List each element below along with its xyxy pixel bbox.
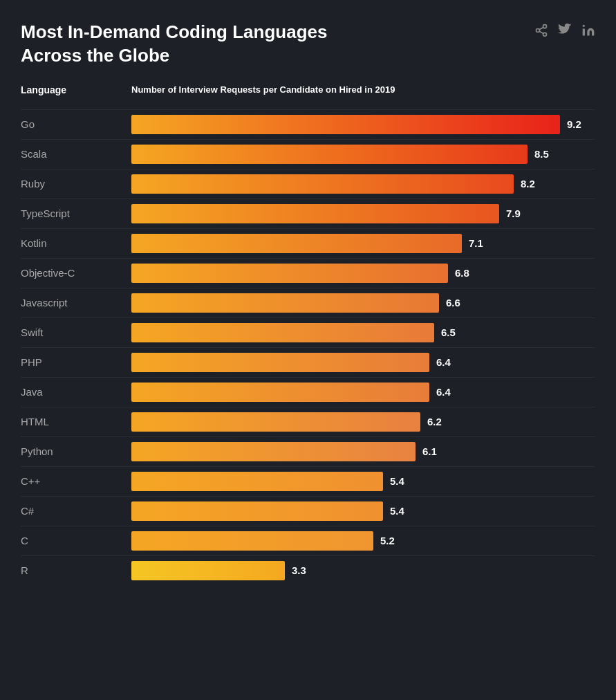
- bar: [131, 174, 514, 194]
- header: Most In-Demand Coding Languages Across t…: [21, 21, 595, 68]
- metric-column-header: Number of Interview Requests per Candida…: [131, 84, 595, 95]
- bar-area: 7.9: [131, 204, 595, 223]
- bar-value: 6.1: [422, 445, 437, 457]
- bar-value: 9.2: [567, 118, 581, 130]
- table-row: Swift6.5: [21, 317, 595, 347]
- chart-rows: Go9.2Scala8.5Ruby8.2TypeScript7.9Kotlin7…: [21, 109, 595, 585]
- bar: [131, 472, 383, 491]
- svg-line-3: [539, 31, 543, 33]
- bar-area: 6.2: [131, 412, 595, 432]
- column-headers: Language Number of Interview Requests pe…: [21, 84, 595, 100]
- language-label: Kotlin: [21, 237, 131, 249]
- bar-area: 5.2: [131, 531, 595, 551]
- bar-value: 6.6: [446, 297, 460, 308]
- language-label: PHP: [21, 356, 131, 368]
- bar: [131, 531, 373, 551]
- bar: [131, 383, 429, 402]
- table-row: R3.3: [21, 555, 595, 585]
- bar: [131, 293, 439, 313]
- table-row: Python6.1: [21, 436, 595, 466]
- bar: [131, 412, 420, 432]
- bar-area: 5.4: [131, 501, 595, 521]
- bar-area: 6.5: [131, 323, 595, 342]
- bar-area: 6.6: [131, 293, 595, 313]
- bar: [131, 145, 528, 164]
- bar-area: 6.4: [131, 383, 595, 402]
- bar-value: 6.4: [436, 386, 451, 398]
- table-row: Kotlin7.1: [21, 228, 595, 258]
- bar: [131, 353, 429, 372]
- table-row: PHP6.4: [21, 347, 595, 377]
- bar-area: 6.8: [131, 264, 595, 283]
- table-row: HTML6.2: [21, 407, 595, 436]
- bar-area: 3.3: [131, 561, 595, 580]
- bar-value: 7.1: [469, 237, 483, 249]
- bar-area: 5.4: [131, 472, 595, 491]
- language-column-header: Language: [21, 84, 131, 95]
- table-row: Scala8.5: [21, 139, 595, 169]
- svg-line-4: [539, 27, 543, 29]
- language-label: Python: [21, 445, 131, 457]
- bar-value: 6.2: [427, 416, 442, 427]
- bar-value: 5.4: [390, 505, 404, 517]
- bar-value: 5.2: [380, 535, 395, 546]
- table-row: Javascript6.6: [21, 288, 595, 317]
- bar-value: 8.2: [521, 178, 535, 190]
- language-label: C: [21, 535, 131, 546]
- bar-value: 6.8: [455, 267, 469, 279]
- bar: [131, 323, 434, 342]
- page-title: Most In-Demand Coding Languages Across t…: [21, 21, 327, 68]
- bar-value: 6.4: [436, 356, 451, 368]
- bar-area: 9.2: [131, 115, 595, 134]
- language-label: TypeScript: [21, 208, 131, 219]
- table-row: Objective-C6.8: [21, 258, 595, 288]
- language-label: HTML: [21, 416, 131, 427]
- language-label: C#: [21, 505, 131, 517]
- table-row: Go9.2: [21, 109, 595, 139]
- table-row: Java6.4: [21, 377, 595, 407]
- table-row: C++5.4: [21, 466, 595, 496]
- language-label: Scala: [21, 148, 131, 160]
- bar: [131, 204, 499, 223]
- social-icons: [534, 21, 595, 41]
- table-row: Ruby8.2: [21, 169, 595, 199]
- language-label: Objective-C: [21, 267, 131, 279]
- bar: [131, 115, 560, 134]
- linkedin-icon[interactable]: [581, 24, 595, 41]
- language-label: R: [21, 564, 131, 576]
- language-label: C++: [21, 475, 131, 487]
- bar-area: 8.5: [131, 145, 595, 164]
- bar-value: 3.3: [292, 564, 306, 576]
- language-label: Javascript: [21, 297, 131, 308]
- share-icon[interactable]: [534, 24, 548, 41]
- language-label: Swift: [21, 326, 131, 338]
- bar: [131, 561, 285, 580]
- bar-area: 8.2: [131, 174, 595, 194]
- bar: [131, 501, 383, 521]
- table-row: C#5.4: [21, 496, 595, 526]
- bar-value: 5.4: [390, 475, 404, 487]
- bar-value: 8.5: [534, 148, 549, 160]
- bar-value: 7.9: [506, 208, 521, 219]
- language-label: Ruby: [21, 178, 131, 190]
- bar: [131, 234, 462, 253]
- language-label: Go: [21, 118, 131, 130]
- table-row: TypeScript7.9: [21, 199, 595, 228]
- bar: [131, 442, 416, 461]
- bar-area: 7.1: [131, 234, 595, 253]
- bar-value: 6.5: [441, 326, 456, 338]
- bar: [131, 264, 448, 283]
- bar-area: 6.4: [131, 353, 595, 372]
- language-label: Java: [21, 386, 131, 398]
- twitter-icon[interactable]: [558, 24, 572, 41]
- table-row: C5.2: [21, 526, 595, 555]
- svg-point-5: [583, 25, 585, 27]
- bar-area: 6.1: [131, 442, 595, 461]
